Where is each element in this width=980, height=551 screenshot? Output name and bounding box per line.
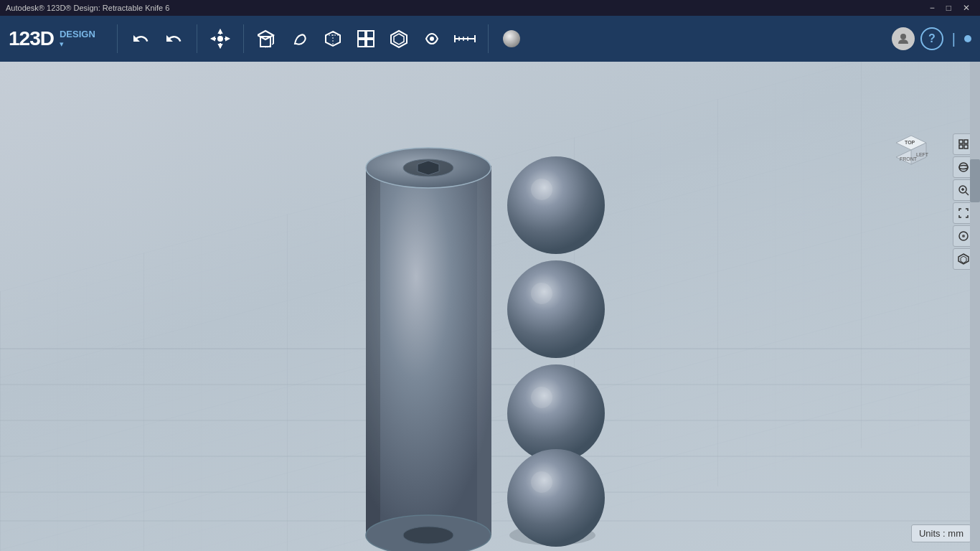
svg-text:LEFT: LEFT	[916, 152, 929, 157]
svg-marker-21	[394, 34, 404, 44]
svg-point-52	[531, 179, 552, 200]
primitives-button[interactable]	[251, 23, 283, 55]
svg-marker-8	[226, 37, 229, 40]
svg-rect-17	[367, 31, 374, 38]
help-button[interactable]: ?	[920, 27, 943, 50]
toolbar: 123D DESIGN ▾	[0, 16, 980, 62]
primitives-group	[251, 23, 481, 55]
svg-rect-42	[366, 166, 380, 535]
maximize-button[interactable]: □	[942, 3, 956, 13]
separator-2	[197, 24, 197, 53]
svg-rect-19	[367, 39, 374, 47]
close-button[interactable]: ✕	[958, 3, 974, 13]
svg-rect-65	[959, 140, 963, 143]
svg-rect-68	[964, 145, 968, 149]
material-button[interactable]	[496, 23, 527, 55]
transform-group	[204, 23, 236, 55]
svg-point-56	[531, 387, 552, 408]
svg-rect-18	[358, 39, 365, 47]
svg-point-22	[430, 37, 434, 41]
svg-text:FRONT: FRONT	[900, 156, 918, 161]
svg-point-57	[507, 449, 605, 547]
svg-point-58	[531, 471, 552, 493]
measure-button[interactable]	[449, 23, 481, 55]
svg-marker-77	[958, 254, 969, 264]
svg-point-29	[900, 34, 906, 39]
svg-point-0	[218, 37, 222, 41]
svg-marker-6	[219, 44, 222, 47]
svg-rect-43	[477, 166, 491, 535]
minimize-button[interactable]: −	[925, 3, 939, 13]
logo-arrow-icon[interactable]: ▾	[60, 39, 95, 49]
title-bar: Autodesk® 123D® Design: Retractable Knif…	[0, 0, 980, 16]
viewport[interactable]: TOP FRONT LEFT Units : mm	[0, 62, 980, 551]
snap-button[interactable]	[416, 23, 448, 55]
logo-design-text: DESIGN	[60, 29, 95, 39]
svg-point-50	[403, 527, 453, 544]
svg-point-55	[507, 364, 605, 462]
svg-point-51	[507, 156, 605, 254]
transform-button[interactable]	[204, 23, 236, 55]
group-button[interactable]	[383, 23, 415, 55]
svg-point-38	[0, 62, 47, 76]
svg-rect-67	[959, 145, 963, 149]
user-avatar[interactable]	[892, 27, 915, 50]
scrollbar-right[interactable]	[970, 62, 980, 551]
svg-point-54	[531, 283, 552, 304]
svg-marker-47	[418, 161, 439, 175]
title-bar-text: Autodesk® 123D® Design: Retractable Knif…	[6, 4, 169, 12]
toolbar-right: ? |	[892, 27, 971, 50]
status-dot	[964, 35, 971, 42]
sketch-button[interactable]	[284, 23, 316, 55]
units-label: Units : mm	[911, 524, 971, 542]
nav-cube[interactable]: TOP FRONT LEFT	[882, 125, 941, 184]
pattern-button[interactable]	[350, 23, 382, 55]
svg-point-53	[507, 260, 605, 358]
svg-marker-5	[219, 30, 222, 33]
svg-line-72	[966, 192, 969, 195]
units-text: Units : mm	[919, 528, 963, 539]
svg-rect-66	[964, 140, 968, 143]
svg-point-70	[959, 166, 968, 169]
separator-4	[488, 24, 489, 53]
undo-redo-group	[125, 23, 189, 55]
title-bar-controls[interactable]: − □ ✕	[925, 3, 974, 13]
svg-point-69	[959, 163, 968, 171]
scroll-thumb[interactable]	[970, 159, 980, 202]
toolbar-divider: |	[952, 31, 956, 47]
redo-button[interactable]	[158, 23, 189, 55]
svg-marker-78	[961, 256, 966, 263]
logo-area[interactable]: 123D DESIGN ▾	[9, 27, 95, 50]
svg-text:TOP: TOP	[905, 140, 915, 145]
svg-point-76	[962, 235, 965, 237]
scene-svg	[0, 62, 980, 551]
logo-text: 123D	[9, 27, 54, 50]
separator-3	[243, 24, 244, 53]
separator-1	[117, 24, 118, 53]
svg-rect-41	[366, 166, 491, 535]
construct-button[interactable]	[317, 23, 349, 55]
undo-button[interactable]	[125, 23, 156, 55]
svg-rect-16	[358, 31, 365, 38]
svg-marker-7	[212, 37, 215, 40]
